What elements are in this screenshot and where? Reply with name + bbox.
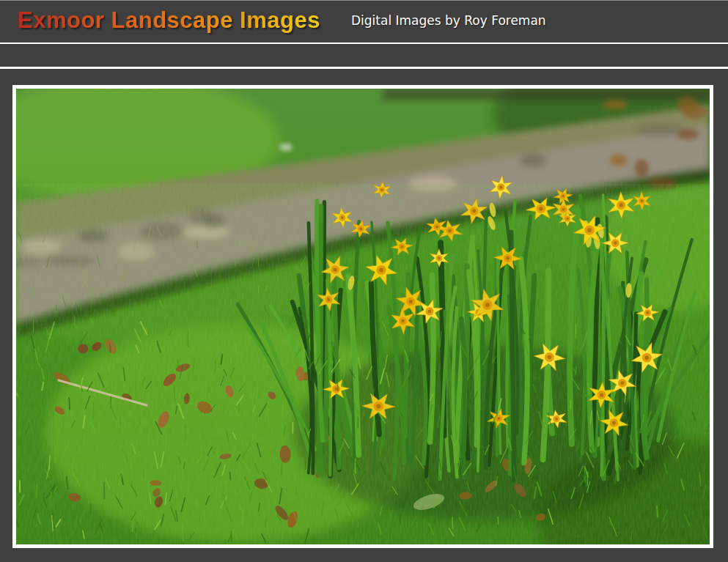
landscape-photo-frame <box>12 85 713 548</box>
site-subtitle: Digital Images by Roy Foreman <box>351 13 546 28</box>
site-header: Exmoor Landscape Images Digital Images b… <box>0 1 728 42</box>
nav-bar <box>0 44 728 67</box>
daffodil-photo <box>16 89 710 544</box>
main-content <box>0 69 728 562</box>
site-title: Exmoor Landscape Images <box>18 7 320 34</box>
